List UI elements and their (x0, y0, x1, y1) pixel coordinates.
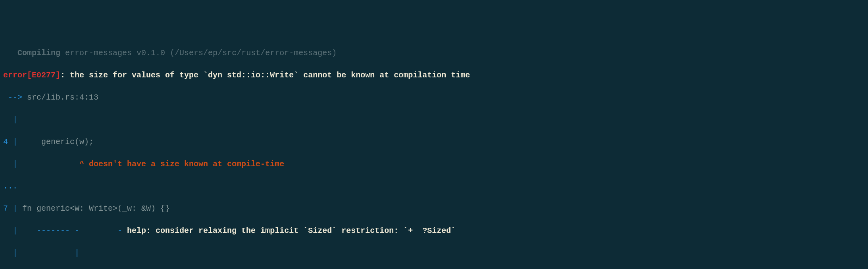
compiling-package: error-messages v0.1.0 (/Users/ep/src/rus… (60, 48, 337, 58)
src-line-4-caret: | ^ doesn't have a size known at compile… (3, 159, 865, 170)
line-7-code: fn generic<W: Write>(_w: &W) {} (17, 204, 170, 213)
compiling-label: Compiling (17, 48, 60, 58)
src-line-4: 4 | generic(w); (3, 136, 865, 148)
gutter-pipe-1: | (3, 114, 865, 125)
underline-dashes: ------- - - (17, 226, 127, 235)
src-line-7-help: | ------- - - help: consider relaxing th… (3, 225, 865, 236)
error-label: error (3, 71, 27, 80)
line-number-7: 7 | (3, 204, 17, 213)
error-message: the size for values of type `dyn std::io… (70, 71, 470, 80)
error-header-line: error[E0277]: the size for values of typ… (3, 70, 865, 81)
src-line-7-pipe: | | (3, 248, 865, 259)
compiling-indent (3, 48, 17, 58)
caret-indicator: ^ (17, 159, 89, 169)
line-4-code: generic(w); (17, 137, 94, 146)
error-code: [E0277] (27, 71, 60, 80)
compiling-line: Compiling error-messages v0.1.0 (/Users/… (3, 48, 865, 59)
line-number-4: 4 | (3, 137, 17, 146)
ellipsis-line: ... (3, 181, 865, 192)
caret-message: doesn't have a size known at compile-tim… (89, 159, 284, 169)
error-colon: : (60, 71, 70, 80)
location-arrow: --> (3, 93, 22, 102)
location-line: --> src/lib.rs:4:13 (3, 92, 865, 103)
help-inline-msg: consider relaxing the implicit `Sized` r… (156, 226, 456, 235)
location-path: src/lib.rs:4:13 (22, 93, 98, 102)
src-line-7: 7 | fn generic<W: Write>(_w: &W) {} (3, 203, 865, 214)
connector-pipe: | (17, 248, 79, 257)
help-inline-label: help: (127, 226, 156, 235)
